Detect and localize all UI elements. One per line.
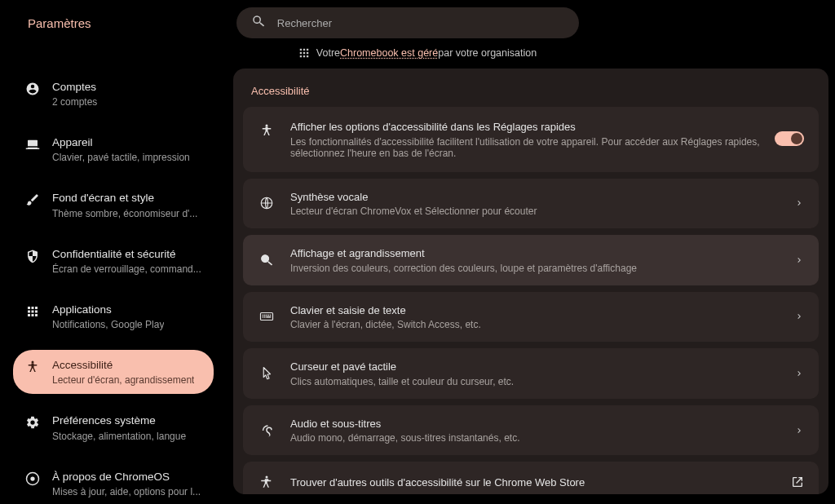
search-wrap — [91, 7, 724, 38]
sidebar-item-label: Accessibilité — [52, 358, 194, 373]
sidebar-item-label: Confidentialité et sécurité — [52, 247, 201, 262]
row-quick-settings-toggle[interactable]: Afficher les options d'accessibilité dan… — [243, 107, 819, 172]
sidebar-item-sublabel: Thème sombre, économiseur d'... — [52, 208, 197, 219]
banner-suffix: par votre organisation — [438, 47, 537, 59]
row-sublabel: Audio mono, démarrage, sous-titres insta… — [290, 432, 794, 444]
search-icon — [251, 14, 266, 32]
row-label: Audio et sous-titres — [290, 417, 794, 431]
row-label: Afficher les options d'accessibilité dan… — [290, 120, 775, 135]
content-panel: Accessibilité Afficher les options d'acc… — [233, 69, 828, 494]
account-icon — [24, 81, 41, 97]
row-sublabel: Les fonctionnalités d'accessibilité faci… — [290, 136, 775, 159]
row-label: Curseur et pavé tactile — [290, 360, 794, 374]
keyboard-icon — [258, 307, 276, 325]
sidebar-item-label: À propos de ChromeOS — [52, 470, 201, 484]
sidebar-item-device[interactable]: AppareilClavier, pavé tactile, impressio… — [13, 127, 214, 171]
row-sublabel: Clics automatiques, taille et couleur du… — [290, 376, 794, 387]
chrome-icon — [24, 471, 41, 487]
sidebar-item-sublabel: Lecteur d'écran, agrandissement — [52, 374, 194, 386]
sidebar-item-sublabel: Stockage, alimentation, langue — [52, 431, 186, 442]
accessibility-new-icon — [258, 473, 276, 491]
topbar: Paramètres — [0, 0, 835, 46]
chevron-right-icon — [794, 369, 804, 378]
row-label: Synthèse vocale — [290, 190, 794, 205]
managed-banner: Votre Chromebook est géré par votre orga… — [0, 46, 835, 65]
zoom-in-icon — [258, 251, 276, 269]
banner-prefix: Votre — [316, 47, 340, 59]
svg-point-0 — [32, 361, 34, 364]
row-label: Affichage et agrandissement — [290, 246, 794, 261]
globe-icon — [258, 194, 276, 212]
enterprise-icon — [298, 47, 310, 59]
sidebar-item-sublabel: Clavier, pavé tactile, impression — [52, 152, 190, 163]
chevron-right-icon — [794, 198, 804, 208]
brush-icon — [24, 192, 41, 208]
main: Comptes2 comptes AppareilClavier, pavé t… — [0, 69, 835, 504]
row-sublabel: Lecteur d'écran ChromeVox et Sélectionne… — [290, 206, 794, 217]
sidebar-item-system[interactable]: Préférences systèmeStockage, alimentatio… — [13, 405, 214, 449]
shield-icon — [24, 248, 41, 264]
row-tts[interactable]: Synthèse vocaleLecteur d'écran ChromeVox… — [243, 179, 819, 229]
sidebar: Comptes2 comptes AppareilClavier, pavé t… — [7, 69, 220, 494]
accessibility-icon — [258, 122, 276, 139]
chevron-right-icon — [794, 255, 804, 265]
svg-point-7 — [266, 476, 268, 479]
sidebar-item-apps[interactable]: ApplicationsNotifications, Google Play — [13, 294, 214, 338]
page-title: Paramètres — [28, 16, 91, 30]
toggle-on[interactable] — [775, 131, 804, 146]
row-label: Clavier et saisie de texte — [290, 303, 794, 318]
sidebar-item-label: Fond d'écran et style — [52, 191, 197, 206]
sidebar-item-label: Comptes — [52, 80, 97, 95]
row-sublabel: Inversion des couleurs, correction des c… — [290, 263, 794, 274]
sidebar-item-label: Appareil — [52, 135, 190, 150]
row-webstore[interactable]: Trouver d'autres outils d'accessibilité … — [243, 462, 819, 494]
apps-icon — [24, 303, 41, 320]
svg-point-3 — [266, 125, 268, 127]
laptop-icon — [24, 136, 41, 153]
search-bar[interactable] — [236, 7, 579, 38]
sidebar-item-sublabel: Notifications, Google Play — [52, 319, 164, 330]
sidebar-item-wallpaper[interactable]: Fond d'écran et styleThème sombre, écono… — [13, 183, 214, 227]
sidebar-item-accessibility[interactable]: AccessibilitéLecteur d'écran, agrandisse… — [13, 350, 214, 394]
chevron-right-icon — [794, 426, 804, 435]
hearing-icon — [258, 422, 276, 440]
rows: Afficher les options d'accessibilité dan… — [233, 107, 828, 494]
gear-icon — [24, 414, 41, 431]
chevron-right-icon — [794, 312, 804, 321]
managed-link[interactable]: Chromebook est géré — [340, 47, 438, 59]
sidebar-item-accounts[interactable]: Comptes2 comptes — [13, 72, 214, 116]
sidebar-item-about[interactable]: À propos de ChromeOSMises à jour, aide, … — [13, 462, 214, 504]
open-external-icon — [791, 475, 804, 489]
svg-point-2 — [30, 476, 34, 480]
row-cursor[interactable]: Curseur et pavé tactileClics automatique… — [243, 348, 819, 399]
row-label: Trouver d'autres outils d'accessibilité … — [290, 475, 791, 490]
search-input[interactable] — [277, 17, 564, 29]
row-sublabel: Clavier à l'écran, dictée, Switch Access… — [290, 319, 794, 330]
sidebar-item-sublabel: Écran de verrouillage, command... — [52, 263, 201, 275]
row-audio[interactable]: Audio et sous-titresAudio mono, démarrag… — [243, 405, 819, 456]
row-display-magnification[interactable]: Affichage et agrandissementInversion des… — [243, 235, 819, 285]
sidebar-item-sublabel: 2 comptes — [52, 96, 97, 108]
sidebar-item-label: Applications — [52, 303, 164, 317]
row-keyboard[interactable]: Clavier et saisie de texteClavier à l'éc… — [243, 292, 819, 343]
sidebar-item-privacy[interactable]: Confidentialité et sécuritéÉcran de verr… — [13, 239, 214, 283]
cursor-icon — [258, 365, 276, 382]
accessibility-icon — [24, 359, 41, 375]
section-title: Accessibilité — [233, 85, 828, 107]
sidebar-item-label: Préférences système — [52, 413, 186, 428]
sidebar-item-sublabel: Mises à jour, aide, options pour l... — [52, 486, 201, 497]
